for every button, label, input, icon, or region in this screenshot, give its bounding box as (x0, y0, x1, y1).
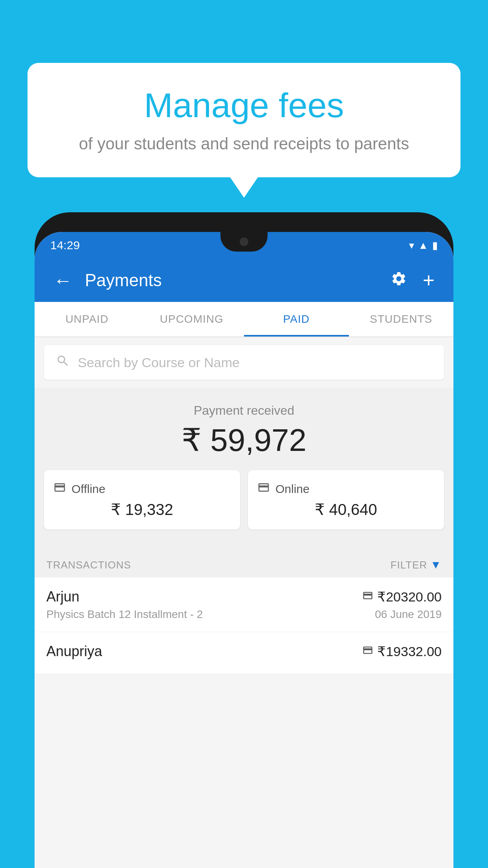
offline-type: Offline (72, 482, 105, 496)
offline-card: Offline ₹ 19,332 (44, 470, 240, 530)
tab-paid[interactable]: PAID (244, 302, 349, 337)
table-row[interactable]: Arjun ₹20320.00 Physics Batch 12 Install… (35, 577, 453, 632)
tab-unpaid[interactable]: UNPAID (35, 302, 139, 337)
search-bar[interactable]: Search by Course or Name (44, 345, 444, 380)
app-title: Payments (85, 270, 378, 290)
online-card: Online ₹ 40,640 (248, 470, 444, 530)
settings-button[interactable] (387, 267, 410, 294)
battery-icon: ▮ (432, 239, 438, 252)
payment-label: Payment received (35, 403, 453, 418)
tabs: UNPAID UPCOMING PAID STUDENTS (35, 302, 453, 337)
online-amount: ₹ 40,640 (257, 500, 435, 519)
tab-upcoming[interactable]: UPCOMING (139, 302, 244, 337)
tx-date-arjun: 06 June 2019 (375, 608, 442, 621)
phone-frame: 14:29 ▾ ▲ ▮ ← Payments + (35, 212, 453, 868)
tx-amount-anupriya: ₹19332.00 (377, 644, 442, 659)
bubble-title: Manage fees (55, 86, 433, 125)
status-bar: 14:29 ▾ ▲ ▮ (35, 232, 453, 259)
signal-icon: ▲ (418, 239, 428, 252)
table-row[interactable]: Anupriya ₹19332.00 (35, 632, 453, 674)
wifi-icon: ▾ (409, 239, 414, 252)
tx-name-anupriya: Anupriya (46, 643, 102, 660)
online-type: Online (275, 482, 310, 496)
phone-screen: 14:29 ▾ ▲ ▮ ← Payments + (35, 232, 453, 868)
add-button[interactable]: + (420, 265, 438, 295)
tab-students[interactable]: STUDENTS (349, 302, 454, 337)
online-icon (257, 481, 270, 497)
tx-online-icon (362, 590, 373, 604)
search-icon (56, 354, 70, 371)
transactions-label: TRANSACTIONS (46, 559, 131, 571)
camera (240, 237, 248, 246)
payment-section: Payment received ₹ 59,972 Offline (35, 388, 453, 549)
bubble-subtitle: of your students and send receipts to pa… (55, 132, 433, 156)
offline-icon (53, 481, 66, 497)
payment-cards: Offline ₹ 19,332 Onl (35, 470, 453, 537)
main-content: Search by Course or Name Payment receive… (35, 337, 453, 868)
tx-offline-icon (362, 645, 373, 658)
speech-bubble: Manage fees of your students and send re… (28, 63, 460, 177)
status-time: 14:29 (50, 239, 80, 252)
filter-label: FILTER (391, 559, 427, 571)
filter-icon: ▼ (430, 559, 442, 571)
tx-course-arjun: Physics Batch 12 Installment - 2 (46, 608, 203, 621)
search-placeholder: Search by Course or Name (78, 355, 240, 370)
status-icons: ▾ ▲ ▮ (409, 239, 438, 252)
app-bar: ← Payments + (35, 259, 453, 302)
payment-amount: ₹ 59,972 (35, 422, 453, 458)
back-button[interactable]: ← (50, 267, 75, 294)
notch (220, 232, 268, 252)
tx-amount-arjun: ₹20320.00 (377, 589, 442, 605)
filter-button[interactable]: FILTER ▼ (391, 559, 442, 571)
tx-name-arjun: Arjun (46, 588, 79, 605)
transactions-header: TRANSACTIONS FILTER ▼ (35, 549, 453, 577)
offline-amount: ₹ 19,332 (53, 500, 231, 519)
